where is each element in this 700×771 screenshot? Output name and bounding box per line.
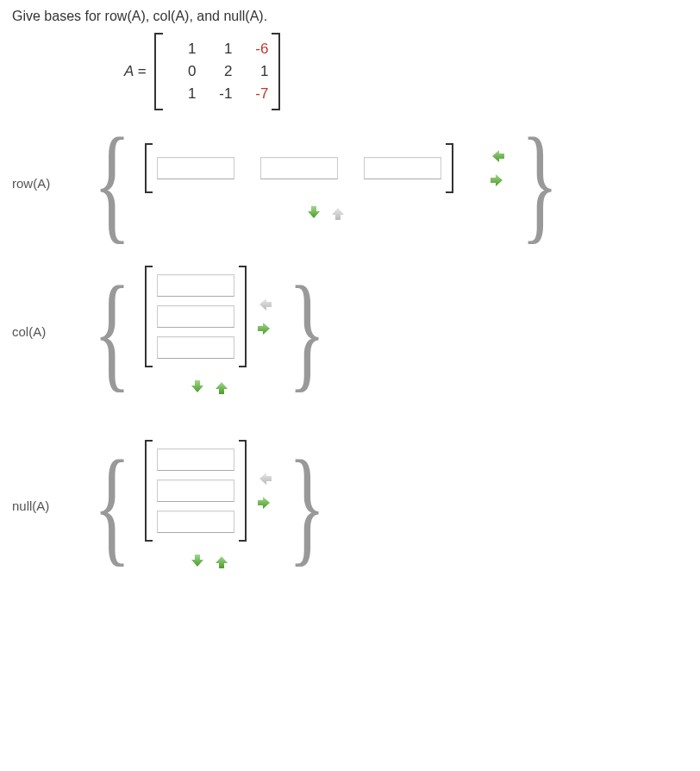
col-vector: [145, 266, 247, 367]
col-input-2[interactable]: [157, 305, 234, 328]
add-column-icon[interactable]: [255, 493, 274, 512]
row-section: row(A) {: [12, 135, 688, 231]
brace-close-icon: }: [288, 299, 325, 364]
remove-column-icon[interactable]: [255, 469, 274, 488]
null-input-3[interactable]: [157, 511, 234, 533]
remove-column-icon[interactable]: [255, 295, 274, 314]
remove-column-icon[interactable]: [488, 147, 507, 166]
horizontal-arrow-controls: [488, 147, 507, 190]
matrix-A: 1 1 -6 0 2 1 1 -1 -7: [154, 33, 280, 110]
A-2-0: 1: [163, 83, 199, 105]
add-column-icon[interactable]: [488, 171, 507, 190]
null-section: null(A) {: [12, 431, 688, 580]
row-vector: [145, 143, 453, 193]
A-2-2: -7: [235, 83, 272, 105]
col-input-1[interactable]: [157, 274, 234, 297]
col-input-3[interactable]: [157, 336, 234, 359]
brace-open-icon: {: [93, 151, 130, 216]
A-2-1: -1: [199, 83, 235, 105]
remove-row-icon[interactable]: [328, 204, 347, 223]
A-1-0: 0: [163, 60, 199, 83]
question-prompt: Give bases for row(A), col(A), and null(…: [12, 9, 688, 24]
row-input-3[interactable]: [364, 157, 441, 179]
null-vector: [145, 440, 247, 542]
row-input-2[interactable]: [260, 157, 338, 179]
remove-row-icon[interactable]: [212, 552, 231, 571]
add-row-icon[interactable]: [188, 378, 207, 397]
vertical-arrow-controls: [188, 552, 231, 571]
horizontal-arrow-controls: [255, 295, 274, 338]
matrix-label: A =: [124, 63, 146, 80]
brace-close-icon: }: [521, 151, 558, 216]
null-label: null(A): [12, 498, 81, 513]
col-section: col(A) {: [12, 257, 688, 405]
A-0-0: 1: [163, 38, 199, 60]
brace-open-icon: {: [93, 299, 130, 364]
vertical-arrow-controls: [304, 204, 347, 223]
A-0-2: -6: [235, 38, 272, 60]
A-0-1: 1: [199, 38, 235, 60]
null-input-1[interactable]: [157, 448, 234, 471]
row-label: row(A): [12, 176, 81, 191]
remove-row-icon[interactable]: [212, 378, 231, 397]
row-input-1[interactable]: [157, 157, 234, 179]
col-label: col(A): [12, 324, 81, 339]
A-1-1: 2: [199, 60, 235, 83]
null-input-2[interactable]: [157, 480, 234, 502]
brace-open-icon: {: [93, 473, 130, 538]
add-row-icon[interactable]: [304, 204, 323, 223]
A-1-2: 1: [235, 60, 272, 83]
vertical-arrow-controls: [188, 378, 231, 397]
add-row-icon[interactable]: [188, 552, 207, 571]
brace-close-icon: }: [288, 473, 325, 538]
horizontal-arrow-controls: [255, 469, 274, 512]
add-column-icon[interactable]: [255, 319, 274, 338]
matrix-definition: A = 1 1 -6 0 2 1 1 -1 -7: [124, 33, 688, 110]
